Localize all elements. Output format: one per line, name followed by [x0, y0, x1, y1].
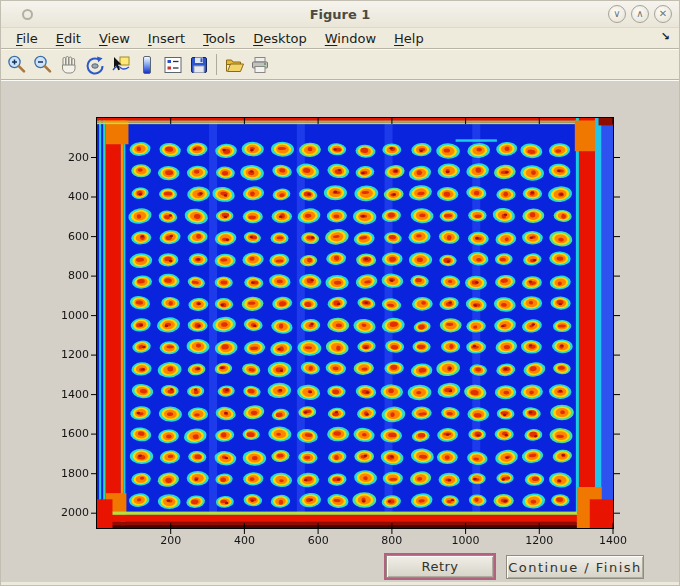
y-tick-label: 800	[68, 269, 89, 282]
figure-image[interactable]	[97, 118, 613, 528]
menu-desktop[interactable]: Desktop	[244, 30, 316, 47]
y-tick-label: 600	[68, 230, 89, 243]
retry-button[interactable]: Retry	[384, 553, 496, 580]
axes-box	[96, 117, 614, 529]
toolbar-separator	[216, 54, 217, 75]
x-tick-label: 1000	[444, 534, 488, 547]
menu-tools[interactable]: Tools	[194, 30, 244, 47]
colorbar-icon[interactable]	[134, 52, 160, 78]
y-tick-label: 1200	[61, 348, 89, 361]
save-icon[interactable]	[186, 52, 212, 78]
y-tick-label: 1800	[61, 467, 89, 480]
menu-overflow-icon[interactable]: ↘	[661, 30, 670, 43]
window-title: Figure 1	[310, 7, 371, 22]
figure-window: Figure 1 ∨∧✕ FileEditViewInsertToolsDesk…	[0, 0, 680, 586]
x-tick-label: 600	[296, 534, 340, 547]
y-tick-label: 1000	[61, 309, 89, 322]
toolbar	[1, 50, 679, 79]
x-tick-label: 1200	[517, 534, 561, 547]
zoom-out-icon[interactable]	[30, 52, 56, 78]
continue-finish-button[interactable]: Continue / Finish	[506, 555, 644, 579]
figure-canvas-area: 2004006008001000120014001600180020002004…	[1, 81, 679, 582]
x-tick-label: 200	[149, 534, 193, 547]
shade-button[interactable]: ∨	[608, 5, 626, 23]
print-icon[interactable]	[247, 52, 273, 78]
menu-bar: FileEditViewInsertToolsDesktopWindowHelp…	[1, 28, 679, 48]
maximize-button[interactable]: ∧	[631, 5, 649, 23]
y-tick-label: 2000	[61, 506, 89, 519]
menu-edit[interactable]: Edit	[47, 30, 90, 47]
y-tick-label: 1600	[61, 427, 89, 440]
y-tick-label: 200	[68, 151, 89, 164]
x-tick-label: 1400	[591, 534, 635, 547]
menu-file[interactable]: File	[7, 30, 47, 47]
menu-help[interactable]: Help	[385, 30, 433, 47]
title-bar[interactable]: Figure 1 ∨∧✕	[1, 1, 679, 28]
retry-button-label: Retry	[386, 555, 494, 578]
menu-view[interactable]: View	[90, 30, 139, 47]
open-folder-icon[interactable]	[221, 52, 247, 78]
close-button[interactable]: ✕	[654, 5, 672, 23]
insert-legend-icon[interactable]	[160, 52, 186, 78]
x-tick-label: 800	[370, 534, 414, 547]
menu-insert[interactable]: Insert	[139, 30, 194, 47]
x-tick-label: 400	[222, 534, 266, 547]
y-tick-label: 1400	[61, 388, 89, 401]
data-cursor-icon[interactable]	[108, 52, 134, 78]
window-controls: ∨∧✕	[608, 5, 672, 23]
zoom-in-icon[interactable]	[4, 52, 30, 78]
rotate-3d-icon[interactable]	[82, 52, 108, 78]
menu-window[interactable]: Window	[316, 30, 385, 47]
y-tick-label: 400	[68, 190, 89, 203]
window-bottom-border	[1, 582, 679, 586]
window-menu-icon[interactable]	[22, 9, 33, 20]
pan-hand-icon[interactable]	[56, 52, 82, 78]
